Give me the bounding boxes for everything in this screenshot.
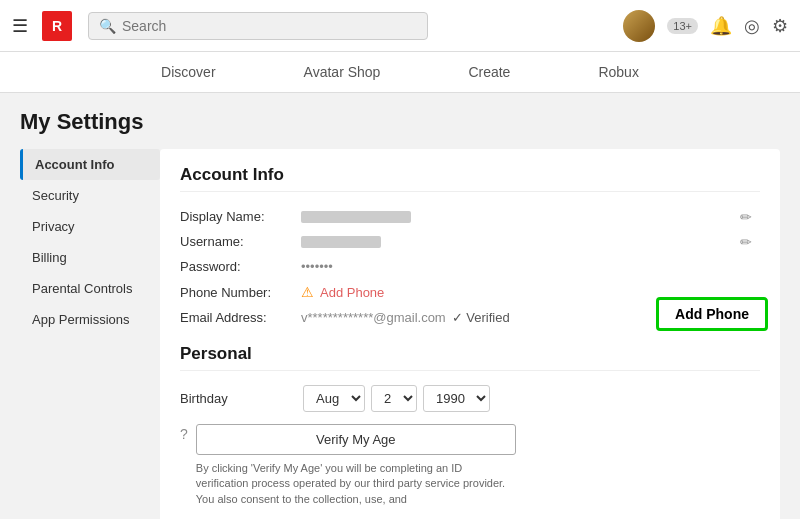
secondary-nav: Discover Avatar Shop Create Robux	[0, 52, 800, 93]
gear-icon[interactable]: ⚙	[772, 15, 788, 37]
password-label: Password:	[180, 259, 295, 274]
search-icon: 🔍	[99, 18, 116, 34]
sidebar-item-parental-controls[interactable]: Parental Controls	[20, 273, 160, 304]
sidebar-item-billing[interactable]: Billing	[20, 242, 160, 273]
nav-item-discover[interactable]: Discover	[157, 62, 219, 82]
verified-badge: ✓ Verified	[452, 310, 510, 325]
sidebar-item-account-info[interactable]: Account Info	[20, 149, 160, 180]
content-area: Account Info Security Privacy Billing Pa…	[20, 149, 780, 519]
main-layout: My Settings Account Info Security Privac…	[0, 93, 800, 518]
verify-age-button[interactable]: Verify My Age	[196, 424, 516, 455]
birthday-year-select[interactable]: 1990	[423, 385, 490, 412]
top-nav: ☰ R 🔍 13+ 🔔 ◎ ⚙	[0, 0, 800, 52]
password-value: •••••••	[301, 259, 333, 274]
display-name-row: Display Name: ✏	[180, 204, 760, 229]
account-info-section-title: Account Info	[180, 165, 760, 192]
search-input[interactable]	[122, 18, 417, 34]
question-icon: ?	[180, 426, 188, 442]
email-label: Email Address:	[180, 310, 295, 325]
birthday-label: Birthday	[180, 391, 295, 406]
sidebar-item-app-permissions[interactable]: App Permissions	[20, 304, 160, 335]
warning-icon: ⚠	[301, 284, 314, 300]
display-name-edit-icon[interactable]: ✏	[740, 209, 752, 225]
add-phone-link[interactable]: Add Phone	[320, 285, 384, 300]
birthday-row: Birthday Aug 2 1990	[180, 381, 760, 416]
display-name-value	[301, 211, 411, 223]
sidebar: Account Info Security Privacy Billing Pa…	[20, 149, 160, 519]
sidebar-item-privacy[interactable]: Privacy	[20, 211, 160, 242]
add-phone-button[interactable]: Add Phone	[656, 297, 768, 331]
roblox-logo: R	[42, 11, 72, 41]
age-badge: 13+	[667, 18, 698, 34]
birthday-day-select[interactable]: 2	[371, 385, 417, 412]
page-container: My Settings Account Info Security Privac…	[0, 93, 800, 518]
personal-section: Personal Birthday Aug 2 1990	[180, 344, 760, 507]
page-title: My Settings	[20, 109, 780, 135]
nav-right: 13+ 🔔 ◎ ⚙	[623, 10, 788, 42]
verify-right: Verify My Age By clicking 'Verify My Age…	[196, 424, 760, 507]
username-edit-icon[interactable]: ✏	[740, 234, 752, 250]
search-bar: 🔍	[88, 12, 428, 40]
birthday-selects: Aug 2 1990	[303, 385, 490, 412]
username-value	[301, 236, 381, 248]
display-name-label: Display Name:	[180, 209, 295, 224]
nav-item-robux[interactable]: Robux	[594, 62, 642, 82]
bell-icon[interactable]: 🔔	[710, 15, 732, 37]
verify-row: ? Verify My Age By clicking 'Verify My A…	[180, 424, 760, 507]
nav-item-create[interactable]: Create	[464, 62, 514, 82]
verify-description: By clicking 'Verify My Age' you will be …	[196, 461, 516, 507]
email-value: v*************@gmail.com	[301, 310, 446, 325]
circle-icon[interactable]: ◎	[744, 15, 760, 37]
username-label: Username:	[180, 234, 295, 249]
hamburger-icon[interactable]: ☰	[12, 15, 28, 37]
username-row: Username: ✏	[180, 229, 760, 254]
phone-label: Phone Number:	[180, 285, 295, 300]
password-row: Password: •••••••	[180, 254, 760, 279]
nav-item-avatar-shop[interactable]: Avatar Shop	[300, 62, 385, 82]
sidebar-item-security[interactable]: Security	[20, 180, 160, 211]
birthday-month-select[interactable]: Aug	[303, 385, 365, 412]
settings-content: Account Info Display Name: ✏ Username: ✏…	[160, 149, 780, 519]
personal-section-title: Personal	[180, 344, 760, 371]
avatar[interactable]	[623, 10, 655, 42]
